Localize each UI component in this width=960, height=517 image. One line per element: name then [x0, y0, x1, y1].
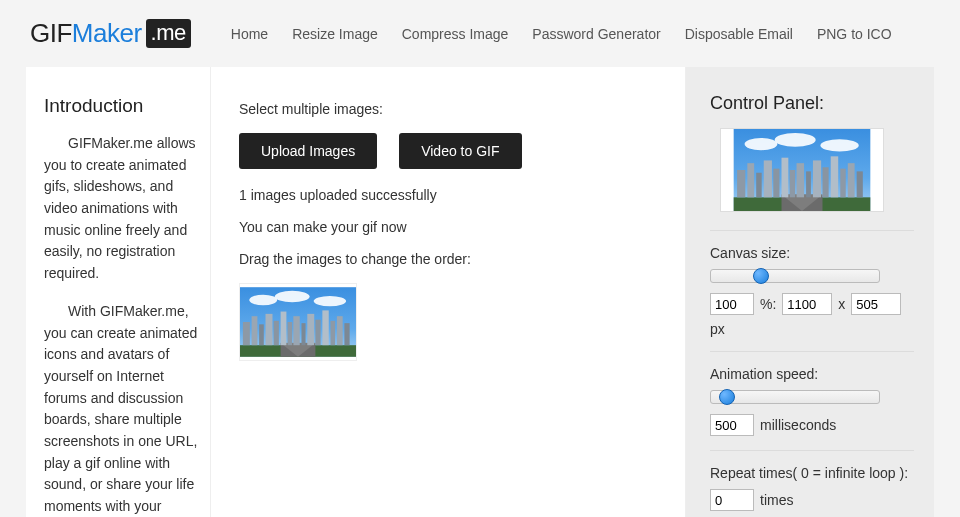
animation-speed-suffix: milliseconds [760, 417, 836, 433]
canvas-size-slider[interactable] [710, 269, 880, 283]
upload-status: 1 images uploaded successfully [239, 187, 657, 203]
introduction-column: Introduction GIFMaker.me allows you to c… [26, 67, 211, 517]
canvas-size-label: Canvas size: [710, 245, 914, 261]
page-root: GIFMaker.me Home Resize Image Compress I… [0, 0, 960, 517]
preview-image [720, 128, 884, 212]
canvas-percent-suffix: %: [760, 296, 776, 312]
canvas-size-slider-knob[interactable] [753, 268, 769, 284]
main-column: Select multiple images: Upload Images Vi… [211, 67, 686, 517]
nav-png-to-ico[interactable]: PNG to ICO [817, 26, 892, 42]
control-panel-title: Control Panel: [710, 93, 914, 114]
nav-compress-image[interactable]: Compress Image [402, 26, 509, 42]
upload-images-button[interactable]: Upload Images [239, 133, 377, 169]
canvas-width-input[interactable] [782, 293, 832, 315]
introduction-paragraph-2: With GIFMaker.me, you can create animate… [44, 301, 198, 517]
brand-part-2: Maker [72, 18, 142, 49]
main-nav: Home Resize Image Compress Image Passwor… [231, 26, 892, 42]
preview-image-icon [721, 129, 883, 211]
canvas-px-label: px [710, 321, 725, 337]
brand-part-3: .me [146, 19, 191, 48]
brand-logo[interactable]: GIFMaker.me [30, 18, 191, 49]
repeat-times-suffix: times [760, 492, 793, 508]
thumbnail-image-icon [240, 284, 356, 360]
canvas-x-label: x [838, 296, 845, 312]
animation-speed-slider-knob[interactable] [719, 389, 735, 405]
animation-speed-input[interactable] [710, 414, 754, 436]
canvas-percent-input[interactable] [710, 293, 754, 315]
ready-message: You can make your gif now [239, 219, 657, 235]
canvas-size-inputs: %: x px [710, 293, 914, 337]
brand-part-1: GIF [30, 18, 72, 49]
nav-disposable-email[interactable]: Disposable Email [685, 26, 793, 42]
nav-password-generator[interactable]: Password Generator [532, 26, 660, 42]
drag-hint: Drag the images to change the order: [239, 251, 657, 267]
introduction-paragraph-1: GIFMaker.me allows you to create animate… [44, 133, 198, 285]
select-images-label: Select multiple images: [239, 101, 657, 117]
nav-home[interactable]: Home [231, 26, 268, 42]
top-bar: GIFMaker.me Home Resize Image Compress I… [26, 18, 934, 67]
repeat-times-group: Repeat times( 0 = infinite loop ): times [710, 450, 914, 517]
control-panel: Control Panel: Canvas size: %: x px [686, 67, 934, 517]
animation-speed-group: Animation speed: milliseconds [710, 351, 914, 450]
content-container: Introduction GIFMaker.me allows you to c… [26, 67, 934, 517]
video-to-gif-button[interactable]: Video to GIF [399, 133, 521, 169]
repeat-times-input[interactable] [710, 489, 754, 511]
introduction-heading: Introduction [44, 95, 198, 117]
upload-button-row: Upload Images Video to GIF [239, 133, 657, 169]
uploaded-image-thumbnail[interactable] [239, 283, 357, 361]
animation-speed-label: Animation speed: [710, 366, 914, 382]
canvas-height-input[interactable] [851, 293, 901, 315]
repeat-times-label: Repeat times( 0 = infinite loop ): [710, 465, 914, 481]
canvas-size-group: Canvas size: %: x px [710, 230, 914, 351]
animation-speed-inputs: milliseconds [710, 414, 914, 436]
animation-speed-slider[interactable] [710, 390, 880, 404]
repeat-times-inputs: times [710, 489, 914, 511]
nav-resize-image[interactable]: Resize Image [292, 26, 378, 42]
